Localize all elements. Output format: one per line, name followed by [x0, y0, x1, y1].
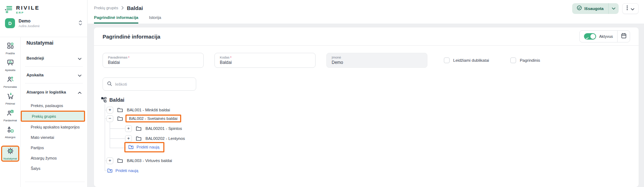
chevron-down-icon: [78, 55, 81, 61]
tabs: Pagrindinė informacija Istorija: [94, 15, 161, 24]
calendar-button[interactable]: [618, 31, 630, 42]
annotation-box-orange: Pridėti naują: [124, 142, 164, 152]
more-actions-button[interactable]: [622, 3, 639, 14]
tree-node-label[interactable]: BAL001 - Minkšti baldai: [127, 108, 170, 112]
sales-icon: [7, 109, 14, 118]
tree-connector: [110, 128, 125, 129]
tree-node-label[interactable]: BAL003 - Virtuvės baldai: [127, 158, 172, 163]
brand-name: RIVILE: [16, 5, 40, 11]
group-tree: Baldai + BAL001 - Minkšti baldai − BAL00…: [103, 96, 630, 177]
search-input[interactable]: [115, 82, 192, 86]
duplicates-checkbox[interactable]: Leidžiami dublikatai: [444, 57, 489, 63]
saved-button[interactable]: Išsaugota: [572, 3, 608, 14]
tree-search[interactable]: [103, 77, 196, 91]
tree-connector: [110, 148, 126, 148]
tree-node-bal003: + BAL003 - Virtuvės baldai: [106, 156, 172, 165]
sitemap-icon: [101, 97, 106, 103]
code-field[interactable]: Kodas* Baldai: [214, 53, 316, 68]
rail-label: Apskaita: [5, 69, 15, 72]
tree-node-bal001: + BAL001 - Minkšti baldai: [106, 106, 170, 114]
user-name: Demo: [19, 19, 40, 24]
name-field-value: Baldai: [108, 60, 198, 65]
chevron-down-icon: [631, 5, 634, 12]
rail-item-personalas[interactable]: Personalas: [0, 74, 20, 90]
tab-istorija[interactable]: Istorija: [149, 15, 161, 24]
tree-connector: [105, 171, 107, 171]
chevron-down-icon: [78, 72, 81, 78]
saved-dropdown-button[interactable]: [609, 3, 619, 14]
toggle-switch-on[interactable]: [584, 33, 596, 40]
menu-section-bendrieji[interactable]: Bendrieji: [25, 50, 83, 67]
expand-button[interactable]: +: [125, 125, 132, 132]
main-checkbox[interactable]: Pagrindinis: [510, 57, 540, 63]
add-new-child-button[interactable]: Pridėti naują: [128, 145, 159, 150]
expand-button[interactable]: +: [106, 157, 113, 164]
main-area: Prekių grupės Baldai Pagrindinė informac…: [88, 0, 644, 187]
tab-pagrindine-informacija[interactable]: Pagrindinė informacija: [94, 15, 138, 24]
sidebar-item-prekes-paslaugos[interactable]: Prekės, paslaugos: [25, 100, 83, 111]
settings-icon: [7, 147, 14, 156]
sidebar-item-atsargu-zymos[interactable]: Atsargų žymos: [25, 153, 83, 163]
rail-item-apskaita[interactable]: Apskaita: [0, 57, 20, 74]
folder-icon: [136, 136, 142, 141]
breadcrumb-parent[interactable]: Prekių grupės: [94, 6, 118, 10]
active-toggle-label: Aktyvus: [599, 34, 613, 39]
rail-item-pradzia[interactable]: Pradžia: [0, 40, 20, 57]
rail-item-pardavimai[interactable]: Pardavimai: [0, 107, 20, 124]
card-title: Pagrindinė informacija: [103, 34, 160, 40]
tree-node-bal002: − BAL002 - Svetainės baldai: [106, 114, 181, 123]
sidebar-item-mato-vienetai[interactable]: Mato vienetai: [25, 132, 83, 142]
rail-label: Nustatymai: [4, 157, 17, 160]
logo[interactable]: RIVILE ERP: [0, 0, 87, 15]
code-field-value: Baldai: [220, 60, 310, 65]
rail-label: Personalas: [4, 85, 17, 89]
tree-node-label[interactable]: BAL00202 - Lentynos: [145, 136, 185, 141]
expand-button[interactable]: +: [106, 107, 113, 113]
page-title: Baldai: [127, 5, 143, 11]
rail-label: Atsargos: [5, 136, 16, 139]
rail-label: Pardavimai: [4, 119, 17, 122]
folder-icon: [136, 126, 142, 131]
tree-node-label[interactable]: BAL00201 - Spintos: [145, 126, 182, 131]
tree-root: Baldai: [101, 96, 124, 104]
tree-node-label[interactable]: BAL002 - Svetainės baldai: [129, 116, 178, 121]
folder-icon: [117, 116, 123, 121]
tree-add-child-row: Pridėti naują: [124, 143, 164, 151]
checkbox-unchecked-icon[interactable]: [444, 57, 450, 63]
sidebar-item-partijos[interactable]: Partijos: [25, 142, 83, 153]
company-field: Įmonė Demo: [326, 53, 427, 68]
expand-button[interactable]: +: [125, 135, 132, 142]
rail-label: Pradžia: [6, 52, 15, 55]
user-switcher[interactable]: D Demo Aušra Juodienė: [0, 15, 87, 28]
checkbox-unchecked-icon[interactable]: [510, 57, 516, 63]
left-panel: RIVILE ERP D Demo Aušra Juodienė: [0, 0, 88, 187]
panel-header: RIVILE ERP D Demo Aušra Juodienė: [0, 0, 87, 37]
sidebar-item-salys[interactable]: Šalys: [25, 163, 83, 173]
user-subtitle: Aušra Juodienė: [19, 24, 40, 28]
avatar: D: [5, 18, 15, 28]
rail-label: Pirkimai: [5, 102, 15, 105]
annotation-box-orange: BAL002 - Svetainės baldai: [125, 115, 181, 122]
menu-section-apskaita[interactable]: Apskaita: [25, 67, 83, 84]
rail-item-nustatymai[interactable]: Nustatymai: [1, 146, 19, 162]
folder-icon: [117, 158, 123, 163]
updown-chevron-icon[interactable]: [79, 20, 82, 27]
rail-item-pirkimai[interactable]: Pirkimai: [0, 90, 20, 107]
check-circle-icon: [577, 5, 582, 12]
sidebar-item-prekiu-apskaitos-kategorijos[interactable]: Prekių apskaitos kategorijos: [25, 122, 83, 132]
tree-node-bal00202: + BAL00202 - Lentynos: [125, 134, 185, 143]
saved-split-button[interactable]: Išsaugota: [572, 3, 619, 14]
active-toggle[interactable]: Aktyvus: [580, 33, 617, 40]
chevron-right-icon: [122, 5, 124, 11]
main-card: Pagrindinė informacija Aktyvus: [94, 27, 639, 187]
collapse-button[interactable]: −: [106, 115, 113, 122]
rail-item-atsargos[interactable]: Atsargos: [0, 124, 20, 141]
folder-plus-icon: [128, 145, 134, 150]
chevron-up-icon: [78, 89, 81, 95]
menu-section-atsargos-ir-logistika[interactable]: Atsargos ir logistika: [25, 84, 83, 100]
sidebar-item-prekiu-grupes[interactable]: Prekių grupės: [21, 111, 85, 122]
breadcrumb: Prekių grupės Baldai: [94, 0, 644, 11]
add-new-root-button[interactable]: Pridėti naują: [107, 168, 138, 173]
dashboard-icon: [7, 42, 14, 51]
name-field[interactable]: Pavadinimas* Baldai: [103, 53, 204, 68]
